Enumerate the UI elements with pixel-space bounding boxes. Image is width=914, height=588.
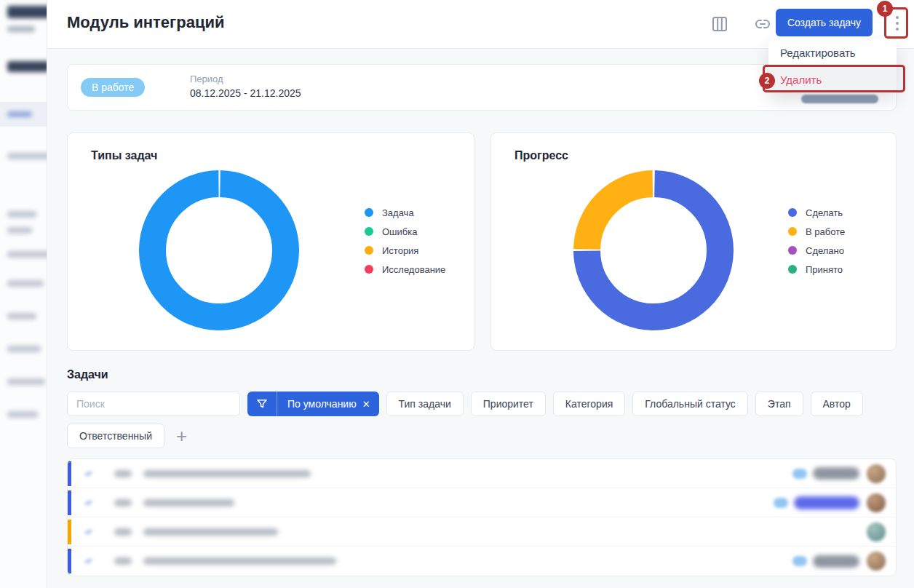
filters-row-2: Ответственный + [67,424,191,448]
sidebar-item-blurred[interactable] [7,346,41,352]
progress-chart-card: Прогресс Сделать В работе Сделано Принят… [490,132,897,351]
sidebar-item-blurred[interactable] [7,313,36,319]
legend-item: Принято [788,260,897,279]
avatar [867,523,886,541]
legend-dot [365,227,373,236]
tasks-heading: Задачи [67,368,108,381]
sidebar-item-active[interactable] [0,102,47,127]
task-row[interactable]: ✔✔ [68,547,896,576]
filters-row: По умолчанию ✕ Тип задачи Приоритет Кате… [67,392,863,416]
priority-bar [68,490,71,515]
legend-item: Сделать [788,203,897,222]
chart-legend: Задача Ошибка История Исследование [365,203,474,279]
status-pill-blurred [813,555,859,568]
legend-label: Сделать [806,207,843,218]
priority-bar [68,520,71,544]
task-id-blurred [114,557,132,565]
active-filter-label: По умолчанию [277,398,362,410]
filter-chip-stage[interactable]: Этап [755,392,803,416]
task-id-blurred [114,470,132,477]
task-check-icon: ✔✔ [84,556,104,566]
task-title-blurred [143,499,234,506]
sidebar-project-title-blurred [7,6,47,18]
sidebar [0,0,47,588]
link-icon[interactable] [754,15,771,33]
create-task-button[interactable]: Создать задачу [776,9,873,36]
legend-label: Ошибка [382,226,417,237]
sidebar-item-blurred[interactable] [7,153,47,159]
filter-chip-author[interactable]: Автор [811,392,863,416]
filter-chip-category[interactable]: Категория [553,392,625,416]
task-id-blurred [114,528,132,536]
sidebar-item-blurred[interactable] [7,411,38,418]
legend-item: Сделано [788,241,897,260]
priority-bar [68,461,71,486]
sidebar-item-blurred[interactable] [7,211,36,218]
sidebar-item-blurred[interactable] [7,227,32,234]
priority-bar [68,549,71,573]
avatar [867,493,886,512]
filter-chip-task-type[interactable]: Тип задачи [386,392,464,416]
avatar [867,552,886,571]
legend-item: Ошибка [365,222,474,241]
legend-label: Сделано [806,245,844,256]
task-row[interactable]: ✔✔ [68,517,896,547]
avatar [867,464,886,483]
status-pill-blurred [794,496,859,509]
legend-dot [788,246,797,255]
status-badge: В работе [81,78,145,97]
integration-module-page: Модуль интеграций Создать задачу В работ… [0,0,914,588]
task-title-blurred [143,528,278,536]
task-list: ✔✔ ✔✔ ✔✔ ✔✔ [67,458,897,576]
add-filter-button[interactable]: + [172,424,191,448]
legend-dot [788,208,797,217]
count-badge-blurred [774,498,788,508]
legend-dot [788,227,797,236]
filter-chip-priority[interactable]: Приоритет [471,392,546,416]
chart-title: Прогресс [514,149,568,162]
legend-item: Исследование [365,260,474,279]
filter-chip-global-status[interactable]: Глобальный статус [632,392,748,416]
legend-label: В работе [806,226,845,237]
status-progress-blurred [801,95,878,103]
task-row[interactable]: ✔✔ [68,459,896,488]
task-title-blurred [143,470,311,477]
sidebar-item-active-label-blurred [7,111,32,117]
legend-item: История [365,241,474,260]
task-types-chart-card: Типы задач Задача Ошибка История Исследо… [67,132,474,351]
chart-title: Типы задач [91,149,157,162]
sidebar-item-blurred[interactable] [7,378,45,385]
sidebar-item-blurred[interactable] [7,280,44,287]
search-input[interactable] [67,392,240,416]
task-types-donut-chart [139,170,299,330]
active-filter-chip[interactable]: По умолчанию ✕ [247,392,379,416]
task-title-blurred [143,557,336,565]
close-icon[interactable]: ✕ [362,399,379,410]
page-title: Модуль интеграций [67,13,225,32]
annotation-badge-1: 1 [877,1,893,17]
task-check-icon: ✔✔ [84,498,104,508]
sidebar-section-blurred [7,61,47,72]
filter-funnel-icon[interactable] [247,397,277,410]
count-badge-blurred [792,556,807,566]
legend-label: Принято [806,264,843,275]
period-value: 08.12.2025 - 21.12.2025 [190,87,301,99]
context-menu: Редактировать Удалить [768,39,897,93]
menu-item-delete[interactable]: Удалить [768,66,897,93]
sidebar-subtitle-blurred [7,26,35,32]
filter-chip-assignee[interactable]: Ответственный [67,424,164,448]
legend-item: В работе [788,222,897,241]
menu-item-edit[interactable]: Редактировать [768,39,897,66]
count-badge-blurred [792,469,807,479]
legend-dot [365,246,373,255]
progress-donut-chart [573,170,734,330]
sidebar-item-blurred[interactable] [7,251,47,258]
legend-dot [365,265,373,274]
legend-label: Исследование [382,264,445,275]
kanban-board-icon[interactable] [711,15,728,33]
legend-dot [365,208,373,217]
task-row[interactable]: ✔✔ [68,488,896,517]
legend-label: История [382,245,418,256]
chart-legend: Сделать В работе Сделано Принято [788,203,897,279]
status-pill-blurred [813,467,859,480]
